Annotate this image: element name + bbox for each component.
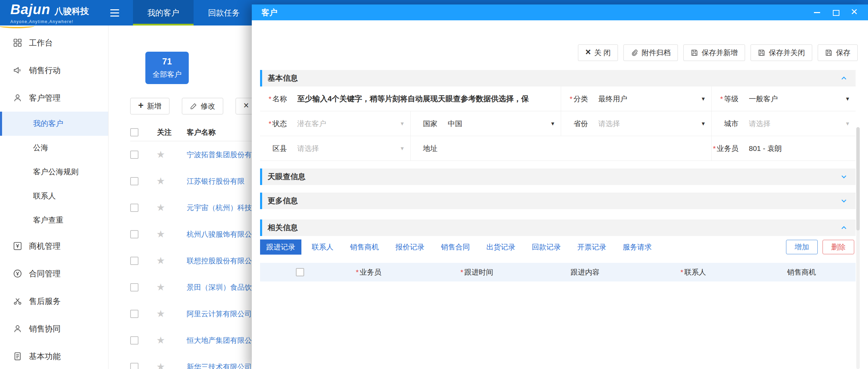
sidebar-item-after-sales[interactable]: 售后服务 xyxy=(0,287,108,315)
maximize-icon[interactable] xyxy=(831,8,840,17)
status-select[interactable]: 潜在客户 xyxy=(292,111,411,136)
close-button[interactable]: 关 闭 xyxy=(578,44,618,61)
add-row-button[interactable]: 增加 xyxy=(786,240,818,254)
district-select[interactable]: 请选择 xyxy=(292,136,411,161)
row-checkbox[interactable] xyxy=(130,257,138,265)
salesman-field[interactable]: 801 - 袁朗 xyxy=(743,136,856,161)
yen-square-icon xyxy=(13,242,22,250)
section-accent-bar xyxy=(260,70,262,86)
section-header-basic-info[interactable]: 基本信息 xyxy=(260,70,856,86)
related-column-header: * 跟进时间 xyxy=(423,267,531,277)
related-table-empty-body xyxy=(260,281,856,361)
star-icon[interactable] xyxy=(156,308,187,319)
row-checkbox[interactable] xyxy=(130,283,138,291)
category-select[interactable]: 最终用户 xyxy=(593,86,712,111)
tab-payment-tasks[interactable]: 回款任务 xyxy=(194,0,254,25)
row-checkbox[interactable] xyxy=(130,363,138,369)
row-checkbox[interactable] xyxy=(130,204,138,212)
row-checkbox[interactable] xyxy=(130,230,138,238)
sidebar-item-basic-functions[interactable]: 基本功能 xyxy=(0,342,108,369)
sidebar-item-public-sea-rules[interactable]: 客户公海规则 xyxy=(0,160,108,184)
star-icon[interactable] xyxy=(156,335,187,346)
chevron-up-icon[interactable] xyxy=(840,224,848,232)
star-icon[interactable] xyxy=(156,202,187,213)
related-tab[interactable]: 销售合同 xyxy=(435,239,476,255)
level-select[interactable]: 一般客户 xyxy=(743,86,856,111)
sidebar-item-sales-collaboration[interactable]: 销售协同 xyxy=(0,315,108,342)
stat-all-customers[interactable]: 71 全部客户 xyxy=(145,52,189,84)
attachment-archive-button[interactable]: 附件归档 xyxy=(623,44,678,61)
sidebar-item-label: 工作台 xyxy=(29,38,53,48)
star-icon[interactable] xyxy=(156,228,187,240)
tools-icon xyxy=(13,297,22,306)
select-value: 请选择 xyxy=(297,144,319,153)
section-header-related-info[interactable]: 相关信息 xyxy=(260,219,856,236)
star-icon[interactable] xyxy=(156,361,187,369)
sidebar-item-public-sea[interactable]: 公海 xyxy=(0,136,108,160)
address-input[interactable] xyxy=(448,144,706,153)
scrollbar-thumb[interactable] xyxy=(856,127,860,230)
row-checkbox[interactable] xyxy=(130,310,138,318)
related-tab[interactable]: 跟进记录 xyxy=(260,239,301,255)
add-button[interactable]: 新增 xyxy=(130,98,169,114)
modal-scrollbar[interactable] xyxy=(856,127,860,369)
save-and-close-button[interactable]: 保存并关闭 xyxy=(751,44,812,61)
select-all-checkbox[interactable] xyxy=(296,268,304,276)
sidebar-item-workbench[interactable]: 工作台 xyxy=(0,29,108,57)
row-checkbox[interactable] xyxy=(130,177,138,185)
dropdown-arrow-icon xyxy=(701,96,706,102)
person-icon xyxy=(13,324,22,333)
nav-tabs: 我的客户 回款任务 xyxy=(133,0,254,25)
sidebar-item-label: 客户管理 xyxy=(29,93,61,103)
sidebar-item-contract-management[interactable]: 合同管理 xyxy=(0,260,108,287)
close-icon[interactable] xyxy=(850,8,858,17)
city-select[interactable]: 请选择 xyxy=(743,111,856,136)
sidebar-item-label: 销售协同 xyxy=(29,324,61,334)
stat-label: 全部客户 xyxy=(153,70,182,79)
chevron-down-icon[interactable] xyxy=(840,197,848,205)
menu-toggle-icon[interactable] xyxy=(110,6,124,20)
related-tabs-row: 跟进记录联系人销售商机报价记录销售合同出货记录回款记录开票记录服务请求 增加 删… xyxy=(260,239,856,255)
edit-button[interactable]: 修改 xyxy=(182,98,223,114)
section-header-tianyancha-info[interactable]: 天眼查信息 xyxy=(260,168,856,185)
tab-my-customers[interactable]: 我的客户 xyxy=(133,0,194,25)
select-all-checkbox[interactable] xyxy=(130,128,138,136)
section-title: 相关信息 xyxy=(268,223,298,233)
row-checkbox[interactable] xyxy=(130,336,138,345)
logo-text-cn: 八骏科技 xyxy=(54,6,89,17)
sidebar-item-opportunity-management[interactable]: 商机管理 xyxy=(0,232,108,260)
star-icon[interactable] xyxy=(156,281,187,293)
save-and-new-button[interactable]: 保存并新增 xyxy=(683,44,745,61)
star-icon[interactable] xyxy=(156,255,187,266)
related-tab[interactable]: 服务请求 xyxy=(617,239,658,255)
related-tab[interactable]: 联系人 xyxy=(306,239,340,255)
related-tab[interactable]: 出货记录 xyxy=(480,239,521,255)
column-follow: 关注 xyxy=(156,127,187,137)
section-accent-bar xyxy=(260,168,262,185)
floppy-icon xyxy=(758,49,765,57)
save-button[interactable]: 保存 xyxy=(818,44,858,61)
sidebar-item-customer-management[interactable]: 客户管理 xyxy=(0,84,108,112)
minimize-icon[interactable] xyxy=(813,8,821,17)
related-tab[interactable]: 回款记录 xyxy=(526,239,567,255)
country-label: 国家 xyxy=(411,111,442,136)
country-select[interactable]: 中国 xyxy=(442,111,561,136)
chevron-up-icon[interactable] xyxy=(840,74,848,82)
name-input[interactable] xyxy=(297,94,555,103)
sidebar-item-sales-actions[interactable]: 销售行动 xyxy=(0,57,108,84)
related-tab[interactable]: 报价记录 xyxy=(389,239,431,255)
province-select[interactable]: 请选择 xyxy=(593,111,712,136)
chevron-down-icon[interactable] xyxy=(840,173,848,181)
related-tab[interactable]: 销售商机 xyxy=(344,239,385,255)
pencil-icon xyxy=(190,102,197,110)
sidebar-item-my-customers[interactable]: 我的客户 xyxy=(0,112,108,136)
sidebar-item-dedupe[interactable]: 客户查重 xyxy=(0,208,108,232)
star-icon[interactable] xyxy=(156,175,187,187)
star-icon[interactable] xyxy=(156,149,187,160)
related-tab[interactable]: 开票记录 xyxy=(571,239,612,255)
app-logo[interactable]: Bajun 八骏科技 Anyone,Anytime,Anywhere! xyxy=(0,2,107,24)
sidebar-item-contacts[interactable]: 联系人 xyxy=(0,184,108,208)
section-header-more-info[interactable]: 更多信息 xyxy=(260,193,856,209)
row-checkbox[interactable] xyxy=(130,151,138,159)
delete-row-button[interactable]: 删除 xyxy=(823,240,854,254)
